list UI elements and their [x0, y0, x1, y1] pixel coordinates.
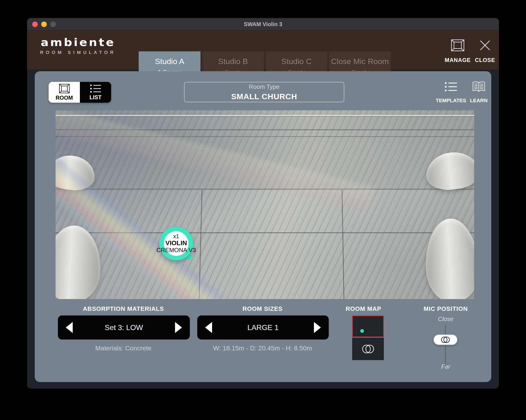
room-sizes-title: ROOM SIZES	[205, 305, 320, 313]
mic-position-track[interactable]	[445, 325, 446, 366]
room-map-mic-box[interactable]	[352, 338, 384, 360]
room-view-label: ROOM	[56, 95, 73, 101]
main-panel: ROOM LIST Room Type SMALL CHURCH	[35, 71, 491, 382]
screen: SWAM Violin 3 ambiente ROOM SIMULATOR St…	[0, 0, 526, 420]
list-view-icon	[90, 84, 101, 93]
close-x-icon	[471, 38, 499, 53]
violin-source-marker[interactable]: x1 VIOLIN CREMONA V3	[159, 227, 193, 260]
room-type-label: Room Type	[249, 83, 279, 90]
floor-seam	[342, 190, 344, 299]
manage-frame-icon	[442, 38, 474, 53]
marker-bubble: x1 VIOLIN CREMONA V3	[159, 227, 193, 260]
room-sizes-prev-arrow-icon[interactable]	[205, 322, 212, 333]
logo-subtitle: ROOM SIMULATOR	[36, 50, 120, 55]
view-toggle: ROOM LIST	[49, 82, 111, 103]
mic-far-label: Far	[423, 363, 469, 370]
room-sizes-value: LARGE 1	[247, 323, 279, 332]
learn-button[interactable]: LEARN	[463, 79, 495, 104]
absorption-title: ABSORPTION MATERIALS	[66, 305, 181, 313]
room-visualization[interactable]: x1 VIOLIN CREMONA V3	[56, 110, 474, 299]
absorption-selector[interactable]: Set 3: LOW	[58, 315, 190, 340]
source-position-dot	[360, 329, 364, 333]
window-title: SWAM Violin 3	[27, 18, 499, 30]
close-label: CLOSE	[471, 57, 499, 63]
room-steps	[56, 110, 474, 190]
manage-label: MANAGE	[442, 57, 474, 63]
stereo-mic-icon	[440, 336, 451, 343]
room-view-button[interactable]: ROOM	[49, 82, 80, 103]
absorption-next-arrow-icon[interactable]	[175, 322, 182, 333]
plugin-window: SWAM Violin 3 ambiente ROOM SIMULATOR St…	[27, 18, 499, 389]
tab-label: Studio A	[139, 57, 201, 66]
logo-wordmark: ambiente	[36, 37, 120, 48]
title-bar: SWAM Violin 3	[27, 18, 499, 30]
room-view-icon	[59, 84, 70, 93]
close-button[interactable]: CLOSE	[471, 38, 499, 63]
app-header: ambiente ROOM SIMULATOR Studio A 1 Sourc…	[27, 30, 499, 69]
room-sizes-selector[interactable]: LARGE 1	[197, 315, 329, 340]
step-edge	[56, 129, 474, 130]
floor-seam	[56, 233, 474, 233]
tab-label: Close Mic Room	[329, 57, 391, 66]
column-bottom-right	[424, 217, 474, 299]
learn-book-icon	[463, 79, 495, 94]
room-type-value: SMALL CHURCH	[231, 92, 297, 101]
marker-count: x1	[173, 233, 179, 239]
floor-seam	[199, 190, 202, 299]
absorption-value: Set 3: LOW	[105, 323, 143, 332]
room-sizes-next-arrow-icon[interactable]	[314, 322, 321, 333]
room-map-title: ROOM MAP	[333, 305, 394, 313]
absorption-prev-arrow-icon[interactable]	[66, 322, 73, 333]
marker-preset: CREMONA V3	[156, 247, 196, 254]
column-bottom-left	[56, 224, 102, 299]
mic-position-handle[interactable]	[433, 334, 457, 345]
room-map-source-box[interactable]	[352, 315, 384, 337]
tab-label: Studio B	[202, 57, 264, 66]
absorption-detail: Materials: Concrete	[66, 345, 181, 352]
ambiente-logo: ambiente ROOM SIMULATOR	[36, 37, 120, 55]
step-edge	[56, 136, 474, 137]
mic-position-title: MIC POSITION	[415, 305, 477, 313]
manage-button[interactable]: MANAGE	[442, 38, 474, 63]
room-sizes-detail: W: 18.15m - D: 20.45m - H: 8.50m	[205, 345, 320, 352]
room-type-selector[interactable]: Room Type SMALL CHURCH	[184, 82, 344, 102]
stereo-mic-icon	[361, 344, 376, 354]
marker-instrument: VIOLIN	[165, 239, 187, 247]
mic-close-label: Close	[423, 315, 469, 323]
learn-label: LEARN	[463, 98, 495, 104]
tab-label: Studio C	[265, 57, 327, 66]
list-view-button[interactable]: LIST	[80, 82, 111, 103]
list-view-label: LIST	[90, 94, 102, 101]
step-edge	[56, 115, 474, 116]
